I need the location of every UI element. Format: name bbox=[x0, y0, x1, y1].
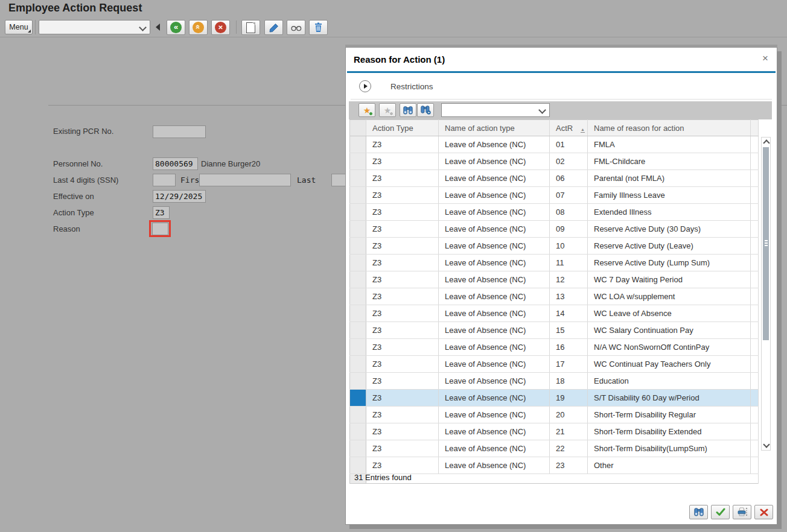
table-row[interactable]: Z3Leave of Absence (NC)12WC 7 Day Waitin… bbox=[350, 271, 759, 288]
accept-button[interactable] bbox=[711, 505, 730, 519]
select-all-header[interactable] bbox=[350, 120, 366, 136]
table-row[interactable]: Z3Leave of Absence (NC)09Reserve Active … bbox=[350, 221, 759, 238]
cell: N/A WC NonSwornOff ContinPay bbox=[588, 339, 751, 356]
cell: 09 bbox=[550, 221, 588, 238]
table-row[interactable]: Z3Leave of Absence (NC)15WC Salary Conti… bbox=[350, 322, 759, 339]
transaction-combobox[interactable] bbox=[39, 20, 150, 34]
row-selector[interactable] bbox=[350, 136, 366, 153]
cell: Leave of Absence (NC) bbox=[439, 457, 550, 474]
row-selector[interactable] bbox=[350, 356, 366, 373]
table-row[interactable]: Z3Leave of Absence (NC)07Family Illness … bbox=[350, 187, 759, 204]
menu-button[interactable]: Menu bbox=[5, 20, 33, 34]
row-selector[interactable] bbox=[350, 187, 366, 204]
row-selector[interactable] bbox=[350, 440, 366, 457]
cell: Family Illness Leave bbox=[588, 187, 751, 204]
scrollbar-thumb[interactable] bbox=[763, 147, 769, 340]
cell: Z3 bbox=[366, 136, 439, 153]
exit-button[interactable]: « bbox=[189, 20, 208, 35]
row-selector[interactable] bbox=[350, 373, 366, 390]
column-header-1[interactable]: Name of action type bbox=[439, 120, 550, 136]
cancel-button[interactable]: ✕ bbox=[211, 20, 230, 35]
table-row[interactable]: Z3Leave of Absence (NC)16N/A WC NonSworn… bbox=[350, 339, 759, 356]
column-header-3[interactable]: Name of reason for action bbox=[588, 120, 751, 136]
cell: 22 bbox=[550, 440, 588, 457]
table-row[interactable]: Z3Leave of Absence (NC)17WC Continuat Pa… bbox=[350, 356, 759, 373]
insert-in-personal-list-button[interactable]: ★ bbox=[358, 103, 375, 117]
row-selector[interactable] bbox=[350, 255, 366, 271]
personnel-no-input[interactable] bbox=[153, 157, 198, 170]
ssn-input[interactable] bbox=[153, 174, 176, 186]
effective-date-input[interactable] bbox=[153, 190, 206, 203]
row-selector[interactable] bbox=[350, 407, 366, 423]
column-header-2[interactable]: ActR▲ bbox=[550, 120, 588, 136]
delete-from-personal-list-button[interactable]: ★ bbox=[379, 103, 396, 117]
print-button[interactable] bbox=[733, 505, 751, 519]
cell: Z3 bbox=[366, 288, 439, 305]
table-row[interactable]: Z3Leave of Absence (NC)21Short-Term Disa… bbox=[350, 423, 759, 440]
row-selector[interactable] bbox=[350, 457, 366, 474]
existing-pcr-input[interactable] bbox=[153, 125, 206, 138]
find-button[interactable] bbox=[689, 505, 708, 519]
chevron-down-icon bbox=[538, 106, 546, 114]
row-selector[interactable] bbox=[350, 170, 366, 187]
first-name-input[interactable] bbox=[199, 174, 291, 186]
filler-cell bbox=[751, 221, 759, 238]
cell: Z3 bbox=[366, 221, 439, 238]
table-row[interactable]: Z3Leave of Absence (NC)10Reserve Active … bbox=[350, 238, 759, 255]
table-row[interactable]: Z3Leave of Absence (NC)18Education bbox=[350, 373, 759, 390]
table-row[interactable]: Z3Leave of Absence (NC)02FML-Childcare bbox=[350, 153, 759, 170]
table-scrollbar[interactable] bbox=[761, 137, 771, 451]
back-button[interactable]: « bbox=[167, 20, 185, 35]
row-selector[interactable] bbox=[350, 423, 366, 440]
page-title: Employee Action Request bbox=[8, 2, 142, 14]
row-selector[interactable] bbox=[350, 288, 366, 305]
column-header-0[interactable]: Action Type bbox=[366, 120, 439, 136]
row-selector[interactable] bbox=[350, 271, 366, 288]
collapse-left-icon[interactable] bbox=[156, 24, 160, 31]
row-selector[interactable] bbox=[350, 339, 366, 356]
action-type-input[interactable] bbox=[153, 206, 170, 219]
close-icon[interactable]: × bbox=[762, 52, 768, 65]
row-selector[interactable] bbox=[350, 390, 366, 407]
table-row[interactable]: Z3Leave of Absence (NC)11Reserve Active … bbox=[350, 255, 759, 271]
row-selector[interactable] bbox=[350, 305, 366, 322]
row-selector[interactable] bbox=[350, 322, 366, 339]
sap-window: Employee Action Request Menu « « ✕ bbox=[0, 0, 787, 532]
search-help-combobox[interactable] bbox=[441, 103, 550, 117]
table-row[interactable]: Z3Leave of Absence (NC)22Short-Term Disa… bbox=[350, 440, 759, 457]
cell: Leave of Absence (NC) bbox=[439, 187, 550, 204]
filler-cell bbox=[751, 356, 759, 373]
display-button[interactable] bbox=[287, 20, 305, 35]
row-selector[interactable] bbox=[350, 204, 366, 221]
table-row[interactable]: Z3Leave of Absence (NC)23Other bbox=[350, 457, 759, 474]
find-icon bbox=[403, 106, 413, 115]
table-row[interactable]: Z3Leave of Absence (NC)14WC Leave of Abs… bbox=[350, 305, 759, 322]
cancel-button[interactable] bbox=[754, 505, 773, 519]
table-row[interactable]: Z3Leave of Absence (NC)08Extended Illnes… bbox=[350, 204, 759, 221]
scroll-down-icon[interactable] bbox=[763, 441, 769, 448]
filler-cell bbox=[366, 474, 759, 484]
table-row[interactable]: Z3Leave of Absence (NC)13WC LOA w/supple… bbox=[350, 288, 759, 305]
row-selector[interactable] bbox=[350, 221, 366, 238]
scroll-up-icon[interactable] bbox=[763, 139, 769, 146]
find-button[interactable] bbox=[400, 103, 416, 117]
cell: Z3 bbox=[366, 153, 439, 170]
edit-button[interactable] bbox=[264, 20, 283, 35]
table-row[interactable]: Z3Leave of Absence (NC)19S/T Disability … bbox=[350, 390, 759, 407]
table-row[interactable]: Z3Leave of Absence (NC)20Short-Term Disa… bbox=[350, 407, 759, 423]
table-row[interactable]: Z3Leave of Absence (NC)06Parental (not F… bbox=[350, 170, 759, 187]
find-next-button[interactable] bbox=[417, 103, 434, 117]
cell: 20 bbox=[550, 407, 588, 423]
table-row[interactable]: Z3Leave of Absence (NC)01FMLA bbox=[350, 136, 759, 153]
filler-cell bbox=[751, 288, 759, 305]
cell: 18 bbox=[550, 373, 588, 390]
reason-input[interactable] bbox=[152, 223, 168, 235]
row-selector[interactable] bbox=[350, 153, 366, 170]
create-button[interactable] bbox=[241, 20, 260, 35]
edit-icon bbox=[269, 23, 279, 33]
expand-restrictions-button[interactable] bbox=[359, 80, 371, 92]
row-selector[interactable] bbox=[350, 238, 366, 255]
delete-button[interactable] bbox=[309, 20, 328, 35]
cell: Leave of Absence (NC) bbox=[439, 407, 550, 423]
cell: Z3 bbox=[366, 271, 439, 288]
